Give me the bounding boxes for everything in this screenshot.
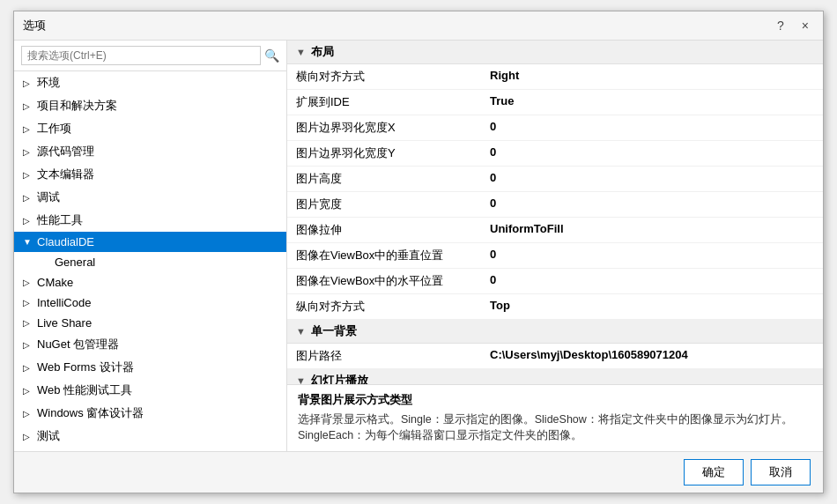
- section-title: 幻灯片播放: [311, 373, 368, 384]
- search-input[interactable]: [21, 46, 261, 65]
- tree-arrow-icon: ▷: [23, 216, 33, 226]
- section-header[interactable]: ▼单一背景: [287, 320, 823, 344]
- property-row: 图像在ViewBox中的水平位置0: [287, 269, 823, 294]
- tree-arrow-icon: ▷: [23, 124, 33, 134]
- tree-item[interactable]: ▷IntelliCode: [14, 293, 286, 313]
- tree-item-label: 环境: [37, 75, 60, 91]
- tree-arrow-icon: ▷: [23, 101, 33, 111]
- description-text: 选择背景显示格式。Single：显示指定的图像。SlideShow：将指定文件夹…: [298, 411, 812, 445]
- tree-item[interactable]: ▷源代码管理: [14, 140, 286, 163]
- tree-arrow-icon: ▷: [23, 193, 33, 203]
- close-button[interactable]: ×: [796, 17, 814, 34]
- tree-arrow-icon: ▷: [23, 147, 33, 157]
- property-name: 图像在ViewBox中的水平位置: [287, 271, 481, 291]
- tree-item[interactable]: ▷CMake: [14, 272, 286, 293]
- footer: 确定 取消: [14, 451, 823, 493]
- property-row: 纵向对齐方式Top: [287, 294, 823, 320]
- right-panel: ▼布局横向对齐方式Right扩展到IDETrue图片边界羽化宽度X0图片边界羽化…: [287, 41, 823, 451]
- section-header[interactable]: ▼布局: [287, 41, 823, 64]
- options-dialog: 选项 ? × 🔍 ▷环境▷项目和解决方案▷工作项▷源代码管理▷文本编辑器▷调试▷…: [13, 11, 824, 493]
- tree-item[interactable]: ▷文本编辑器: [14, 163, 286, 186]
- property-value[interactable]: Top: [481, 297, 823, 316]
- tree-item[interactable]: ▼ClaudialDE: [14, 232, 286, 252]
- property-value[interactable]: 0: [481, 118, 823, 137]
- section-collapse-icon: ▼: [296, 47, 306, 57]
- property-row: 图片边界羽化宽度Y0: [287, 141, 823, 167]
- tree-item-label: Web 性能测试工具: [37, 382, 132, 398]
- section-collapse-icon: ▼: [296, 375, 306, 384]
- property-name: 扩展到IDE: [287, 93, 481, 112]
- tree-item[interactable]: ▷NuGet 包管理器: [14, 333, 286, 356]
- property-value[interactable]: 0: [481, 246, 823, 265]
- tree-item-label: 源代码管理: [37, 144, 94, 159]
- tree-arrow-icon: ▼: [23, 237, 33, 247]
- property-row: 图片路径C:\Users\myj\Desktop\160589071204: [287, 344, 823, 369]
- tree-item[interactable]: ▷Live Share: [14, 313, 286, 333]
- property-value[interactable]: 0: [481, 169, 823, 189]
- property-name: 图片路径: [287, 346, 481, 366]
- tree-item[interactable]: ▷Web 性能测试工具: [14, 379, 286, 402]
- property-name: 图像在ViewBox中的垂直位置: [287, 246, 481, 265]
- tree-item-label: 工作项: [37, 121, 71, 137]
- tree-arrow-icon: ▷: [23, 318, 33, 328]
- tree-arrow-icon: ▷: [23, 432, 33, 441]
- property-value[interactable]: UniformToFill: [481, 220, 823, 240]
- search-icon-button[interactable]: 🔍: [264, 48, 279, 63]
- dialog-title: 选项: [23, 18, 46, 33]
- section-title: 单一背景: [311, 323, 357, 339]
- tree-item[interactable]: ▷项目和解决方案: [14, 94, 286, 117]
- property-value[interactable]: Right: [481, 67, 823, 86]
- property-value[interactable]: 0: [481, 144, 823, 163]
- property-name: 图片高度: [287, 169, 481, 189]
- tree-arrow-icon: ▷: [23, 278, 33, 287]
- cancel-button[interactable]: 取消: [751, 459, 811, 485]
- tree-arrow-icon: ▷: [23, 409, 33, 419]
- property-value[interactable]: True: [481, 93, 823, 112]
- tree-item-label: 调试: [37, 189, 60, 205]
- tree-arrow-icon: ▷: [23, 363, 33, 373]
- property-name: 纵向对齐方式: [287, 297, 481, 316]
- property-row: 横向对齐方式Right: [287, 64, 823, 90]
- section-header[interactable]: ▼幻灯片播放: [287, 369, 823, 384]
- tree-container: ▷环境▷项目和解决方案▷工作项▷源代码管理▷文本编辑器▷调试▷性能工具▼Clau…: [14, 71, 286, 451]
- property-name: 图片边界羽化宽度Y: [287, 144, 481, 163]
- property-row: 扩展到IDETrue: [287, 90, 823, 115]
- property-row: 图片高度0: [287, 167, 823, 192]
- title-bar: 选项 ? ×: [14, 11, 823, 41]
- help-button[interactable]: ?: [772, 17, 789, 34]
- tree-item[interactable]: ▷测试: [14, 425, 286, 448]
- section-collapse-icon: ▼: [296, 326, 306, 337]
- property-name: 图片边界羽化宽度X: [287, 118, 481, 137]
- property-value[interactable]: 0: [481, 195, 823, 214]
- property-row: 图片边界羽化宽度X0: [287, 115, 823, 141]
- title-bar-controls: ? ×: [772, 17, 814, 34]
- tree-item-label: ClaudialDE: [37, 235, 94, 248]
- section-title: 布局: [311, 44, 334, 60]
- dialog-body: 🔍 ▷环境▷项目和解决方案▷工作项▷源代码管理▷文本编辑器▷调试▷性能工具▼Cl…: [14, 41, 823, 451]
- property-value[interactable]: 0: [481, 271, 823, 291]
- tree-item-label: CMake: [37, 276, 73, 289]
- properties-table: ▼布局横向对齐方式Right扩展到IDETrue图片边界羽化宽度X0图片边界羽化…: [287, 41, 823, 384]
- tree-item[interactable]: ▷Windows 窗体设计器: [14, 402, 286, 425]
- tree-item-label: NuGet 包管理器: [37, 337, 119, 352]
- confirm-button[interactable]: 确定: [684, 459, 744, 485]
- tree-arrow-icon: ▷: [23, 386, 33, 396]
- tree-item[interactable]: General: [14, 252, 286, 272]
- tree-item[interactable]: ▷调试: [14, 186, 286, 209]
- tree-item[interactable]: ▷性能工具: [14, 209, 286, 232]
- tree-item-label: 测试: [37, 428, 60, 444]
- tree-item-label: IntelliCode: [37, 296, 91, 309]
- property-value[interactable]: C:\Users\myj\Desktop\160589071204: [481, 346, 823, 366]
- tree-arrow-icon: ▷: [23, 298, 33, 308]
- tree-item-label: General: [55, 256, 95, 269]
- tree-item-label: Web Forms 设计器: [37, 359, 134, 375]
- property-row: 图片宽度0: [287, 192, 823, 218]
- tree-item[interactable]: ▷工作项: [14, 117, 286, 140]
- property-name: 图片宽度: [287, 195, 481, 214]
- tree-item[interactable]: ▷Web Forms 设计器: [14, 356, 286, 379]
- property-row: 图像拉伸UniformToFill: [287, 218, 823, 243]
- tree-item-label: Windows 窗体设计器: [37, 405, 144, 421]
- left-panel: 🔍 ▷环境▷项目和解决方案▷工作项▷源代码管理▷文本编辑器▷调试▷性能工具▼Cl…: [14, 41, 287, 451]
- tree-item-label: Live Share: [37, 316, 92, 330]
- tree-item[interactable]: ▷环境: [14, 71, 286, 94]
